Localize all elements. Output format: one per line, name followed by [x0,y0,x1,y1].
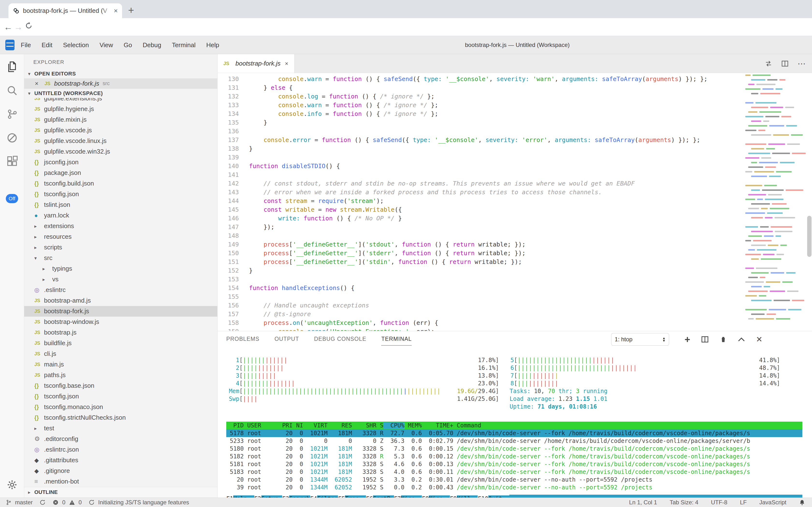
column-header-ni[interactable]: NI [293,422,303,429]
file-item-.gitignore[interactable]: ◆.gitignore [24,466,217,476]
fkey-label-filter[interactable]: Filter [317,495,338,498]
menu-file[interactable]: File [21,41,31,49]
fkey-label-setup[interactable]: Setup [261,495,283,498]
file-item-.gitattributes[interactable]: ◆.gitattributes [24,455,217,466]
file-item-gulpfile.vscode.js[interactable]: JSgulpfile.vscode.js [24,125,217,136]
file-item-.mention-bot[interactable]: ≡.mention-bot [24,476,217,487]
process-row[interactable]: 5182root2001021M181M3328R5.30.60:00.12/d… [226,453,802,460]
menu-debug[interactable]: Debug [143,41,161,49]
workspace-header[interactable]: ▾ UNTITLED (WORKSPACE) [24,89,217,98]
process-row[interactable]: 20root2001344M620521952S3.30.20:30.01/de… [226,476,802,484]
terminal-view[interactable]: 1[||||||||||||17.8%]2[|||||||||||16.1%]3… [217,348,812,498]
gear-icon[interactable] [6,479,18,490]
process-row[interactable]: 5181root2001021M181M3328S4.60.60:00.13/d… [226,460,802,468]
tab-close-icon[interactable]: × [114,7,118,15]
warnings-icon[interactable] [69,499,75,506]
language-mode[interactable]: JavaScript [759,499,787,506]
open-editors-header[interactable]: ▾ OPEN EDITORS [24,69,217,78]
column-header-pid[interactable]: PID [226,422,244,429]
file-item-buildfile.js[interactable]: JSbuildfile.js [24,338,217,349]
folder-item-test[interactable]: ▸test [24,423,217,434]
panel-tab-problems[interactable]: PROBLEMS [226,336,259,344]
file-item-tsconfig.build.json[interactable]: {}tsconfig.build.json [24,178,217,189]
errors-icon[interactable] [53,499,59,506]
panel-tab-terminal[interactable]: TERMINAL [381,336,412,344]
telemetry-off-badge[interactable]: Off [6,194,18,203]
panel-tab-output[interactable]: OUTPUT [274,336,299,344]
fkey-label-sortby[interactable]: SortBy [373,495,394,498]
column-header-cpu%[interactable]: CPU% [383,422,404,429]
file-item-jsconfig.json[interactable]: {}jsconfig.json [24,157,217,168]
process-row[interactable]: 39root2001344M620521952S0.00.20:00.43/de… [226,484,802,491]
file-item-.editorconfig[interactable]: ⚙.editorconfig [24,434,217,444]
debug-icon[interactable] [6,132,18,144]
folder-item-resources[interactable]: ▸resources [24,231,217,242]
split-editor-icon[interactable] [781,60,789,67]
encoding[interactable]: UTF-8 [711,499,728,506]
fkey-f2[interactable]: F2 [254,495,261,498]
new-tab-button[interactable]: + [128,5,134,15]
fkey-label-nice +[interactable]: Nice + [429,495,450,498]
file-item-yarn.lock[interactable]: ●yarn.lock [24,210,217,221]
code-editor[interactable]: 130 console.warn = function () { safeSen… [217,73,812,331]
column-header-s[interactable]: S [376,422,383,429]
fkey-f10[interactable]: F10 [478,495,488,498]
close-panel-icon[interactable]: ✕ [756,335,762,344]
explorer-icon[interactable] [6,61,18,72]
file-item-tsconfig.json[interactable]: {}tsconfig.json [24,189,217,200]
terminal-select[interactable]: 1: htop ▲▼ [611,333,669,346]
fkey-f1[interactable]: F1 [226,495,233,498]
file-item-gulpfile.vscode.win32.js[interactable]: JSgulpfile.vscode.win32.js [24,146,217,157]
fkey-label-quit[interactable]: Quit [488,495,509,498]
column-header-user[interactable]: USER [244,422,278,429]
file-item-gulpfile.mixin.js[interactable]: JSgulpfile.mixin.js [24,114,217,125]
process-row[interactable]: 5180root2001021M181M3328S7.30.60:00.15/d… [226,445,802,453]
file-item-tslint.json[interactable]: {}tslint.json [24,200,217,210]
file-item-gulpfile.vscode.linux.js[interactable]: JSgulpfile.vscode.linux.js [24,136,217,146]
process-row[interactable]: 5183root2001021M181M3328S4.00.60:00.11/d… [226,468,802,476]
menu-go[interactable]: Go [124,41,132,49]
fkey-f9[interactable]: F9 [450,495,457,498]
file-item-cli.js[interactable]: JScli.js [24,349,217,359]
extensions-icon[interactable] [6,156,18,167]
folder-item-scripts[interactable]: ▸scripts [24,242,217,253]
fkey-label-kill[interactable]: Kill [457,495,478,498]
file-item-tsconfig.base.json[interactable]: {}tsconfig.base.json [24,381,217,391]
reload-icon[interactable] [25,21,33,30]
forward-icon[interactable]: → [14,22,23,32]
indentation[interactable]: Tab Size: 4 [670,499,698,506]
process-row[interactable]: 5178root2001021M181M3328R72.70.60:05.70/… [226,429,802,437]
file-item-main.js[interactable]: JSmain.js [24,359,217,370]
fkey-label-tree[interactable]: Tree [345,495,366,498]
process-row[interactable]: 5233root200000Z36.30.00:02.79/dev/shm/bi… [226,437,802,445]
cursor-position[interactable]: Ln 1, Col 1 [629,499,657,506]
eol[interactable]: LF [740,499,747,506]
column-header-command[interactable]: Command [453,422,802,429]
maximize-panel-icon[interactable] [738,336,745,342]
source-control-icon[interactable] [6,108,18,120]
close-icon[interactable]: × [285,60,288,67]
fkey-f3[interactable]: F3 [282,495,289,498]
folder-item-typings[interactable]: ▸typings [24,264,217,274]
menu-terminal[interactable]: Terminal [172,41,196,49]
column-header-shr[interactable]: SHR [352,422,376,429]
fkey-f8[interactable]: F8 [422,495,429,498]
open-editor-item[interactable]: × JS bootstrap-fork.js src [24,78,217,89]
search-icon[interactable] [6,84,18,96]
new-terminal-icon[interactable]: + [685,335,690,344]
file-item-bootstrap-amd.js[interactable]: JSbootstrap-amd.js [24,295,217,306]
menu-view[interactable]: View [100,41,113,49]
open-changes-icon[interactable] [765,60,772,67]
sync-icon[interactable] [40,499,46,506]
outline-header[interactable]: ▸ OUTLINE [24,487,217,498]
file-item-tsconfig.json[interactable]: {}tsconfig.json [24,391,217,402]
menu-selection[interactable]: Selection [63,41,89,49]
fkey-f5[interactable]: F5 [338,495,345,498]
editor-scrollbar[interactable] [807,216,812,257]
folder-item-vs[interactable]: ▸vs [24,274,217,285]
file-item-tsconfig.monaco.json[interactable]: {}tsconfig.monaco.json [24,402,217,412]
column-header-virt[interactable]: VIRT [303,422,327,429]
column-header-res[interactable]: RES [327,422,352,429]
fkey-label-search[interactable]: Search [289,495,310,498]
branch-name[interactable]: master [15,499,33,506]
